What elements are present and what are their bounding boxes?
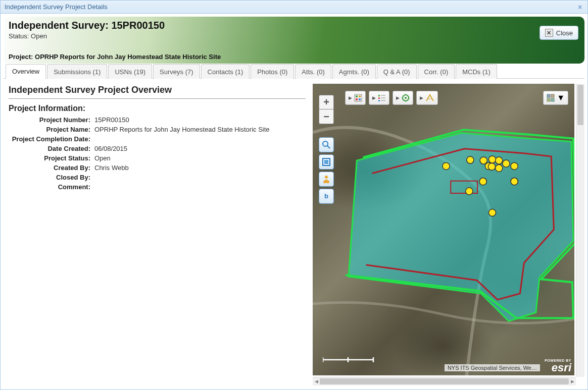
basemap-dropdown[interactable]: ▼ xyxy=(543,91,568,105)
status-value: Open xyxy=(31,32,47,40)
zoom-in-button[interactable]: + xyxy=(319,95,333,109)
chevron-right-icon: ▶ xyxy=(420,95,423,100)
svg-rect-26 xyxy=(547,94,550,97)
svg-rect-5 xyxy=(324,160,328,164)
info-row: Project Status:Open xyxy=(9,154,306,162)
map-top-tools: ▶ ▶ ▶ ▶ xyxy=(345,91,438,105)
close-icon: ✕ xyxy=(545,29,553,37)
svg-rect-27 xyxy=(551,94,554,97)
overview-pane: Independent Survey Project Overview Proj… xyxy=(4,84,311,385)
bing-icon: b xyxy=(322,192,331,201)
bing-tool[interactable]: b xyxy=(319,189,334,204)
info-label: Created By: xyxy=(9,164,94,172)
zoom-out-button[interactable]: − xyxy=(319,109,333,124)
page-title: Independent Survey: 15PR00150 xyxy=(9,20,579,31)
window: Independent Survey Project Details × Ind… xyxy=(0,0,588,390)
identify-tool[interactable] xyxy=(319,172,334,187)
layers-dropdown[interactable]: ▶ xyxy=(345,91,366,105)
project-label: Project: xyxy=(9,53,35,61)
info-value: Open xyxy=(94,154,111,162)
map-pane: + − b xyxy=(311,84,584,385)
svg-rect-28 xyxy=(547,98,550,101)
tab-atts-0[interactable]: Atts. (0) xyxy=(295,64,331,79)
info-row: Closed By: xyxy=(9,174,306,181)
svg-rect-10 xyxy=(359,95,361,97)
info-row: Created By:Chris Webb xyxy=(9,164,306,172)
info-row: Project Name:OPRHP Reports for John Jay … xyxy=(9,126,306,133)
scroll-left-arrow[interactable]: ◀ xyxy=(313,377,320,385)
tab-photos-0[interactable]: Photos (0) xyxy=(251,64,294,79)
status-line: Status: Open xyxy=(9,32,579,40)
hscroll-thumb[interactable] xyxy=(320,378,569,384)
window-title: Independent Survey Project Details xyxy=(5,3,108,11)
info-label: Project Number: xyxy=(9,116,94,124)
zoom-to-extent-tool[interactable] xyxy=(319,137,334,152)
project-info-heading: Project Information: xyxy=(9,104,306,113)
chevron-right-icon: ▶ xyxy=(396,95,400,100)
svg-point-20 xyxy=(405,97,407,99)
svg-rect-17 xyxy=(378,100,380,101)
header-band: Independent Survey: 15PR00150 Status: Op… xyxy=(4,17,584,64)
full-extent-tool[interactable] xyxy=(319,154,334,170)
content-area: Independent Survey Project Overview Proj… xyxy=(1,79,587,388)
chevron-right-icon: ▶ xyxy=(349,95,352,100)
info-row: Project Number:15PR00150 xyxy=(9,116,306,124)
measure-dropdown[interactable]: ▶ xyxy=(416,91,438,105)
measure-icon xyxy=(425,94,434,102)
tab-mcds-1[interactable]: MCDs (1) xyxy=(456,64,497,79)
info-label: Project Name: xyxy=(9,126,94,133)
legend-dropdown[interactable]: ▶ xyxy=(369,91,389,105)
info-label: Closed By: xyxy=(9,174,94,181)
info-rows: Project Number:15PR00150Project Name:OPR… xyxy=(9,116,306,191)
info-label: Comment: xyxy=(9,183,94,191)
tab-submissions-1[interactable]: Submissions (1) xyxy=(47,64,107,79)
svg-rect-12 xyxy=(359,98,361,100)
vscroll-thumb[interactable] xyxy=(577,85,583,125)
extent-icon xyxy=(322,157,331,166)
tab-surveys-7[interactable]: Surveys (7) xyxy=(153,64,200,79)
scroll-right-arrow[interactable]: ▶ xyxy=(569,377,576,385)
project-line: Project: OPRHP Reports for John Jay Home… xyxy=(9,53,221,61)
tab-corr-0[interactable]: Corr. (0) xyxy=(418,64,455,79)
horizontal-scrollbar[interactable]: ◀ ▶ xyxy=(313,377,576,385)
scalebar xyxy=(323,356,378,363)
svg-rect-9 xyxy=(356,95,358,97)
svg-rect-11 xyxy=(356,98,358,100)
vertical-scrollbar[interactable] xyxy=(576,84,584,377)
tab-usns-19[interactable]: USNs (19) xyxy=(108,64,152,79)
legend-icon xyxy=(378,94,386,102)
window-close-icon[interactable]: × xyxy=(576,4,583,11)
svg-text:b: b xyxy=(324,192,328,200)
close-button-label: Close xyxy=(556,29,573,37)
locate-dropdown[interactable]: ▶ xyxy=(393,91,413,105)
status-label: Status: xyxy=(9,32,31,40)
tab-agmts-0[interactable]: Agmts. (0) xyxy=(332,64,376,79)
title-prefix: Independent Survey: xyxy=(9,20,111,31)
close-button[interactable]: ✕ Close xyxy=(540,26,578,40)
svg-point-2 xyxy=(323,141,328,146)
map-canvas[interactable]: + − b xyxy=(313,84,574,375)
info-row: Project Completion Date: xyxy=(9,135,306,143)
svg-line-3 xyxy=(327,146,330,148)
esri-logo: POWERED BY esri xyxy=(545,359,571,373)
tab-bar: OverviewSubmissions (1)USNs (19)Surveys … xyxy=(4,64,584,79)
map-attribution: NYS ITS Geospatial Services, We… xyxy=(445,364,540,371)
tab-overview[interactable]: Overview xyxy=(6,64,46,79)
project-name-header: OPRHP Reports for John Jay Homestead Sta… xyxy=(35,53,221,61)
target-icon xyxy=(402,94,410,102)
svg-point-6 xyxy=(325,176,328,179)
titlebar: Independent Survey Project Details × xyxy=(1,1,587,14)
basemap-icon xyxy=(547,94,555,102)
map-side-tools: b xyxy=(319,137,334,204)
zoom-control: + − xyxy=(319,95,334,124)
info-label: Date Created: xyxy=(9,145,94,152)
tab-contacts-1[interactable]: Contacts (1) xyxy=(201,64,250,79)
esri-name: esri xyxy=(545,362,571,373)
info-value: 06/08/2015 xyxy=(94,145,127,152)
svg-rect-15 xyxy=(378,97,380,99)
svg-rect-29 xyxy=(551,98,554,101)
magnifier-icon xyxy=(322,140,331,149)
overview-section-title: Independent Survey Project Overview xyxy=(9,85,306,99)
survey-id: 15PR00150 xyxy=(111,20,165,31)
tab-q-a-0[interactable]: Q & A (0) xyxy=(377,64,417,79)
